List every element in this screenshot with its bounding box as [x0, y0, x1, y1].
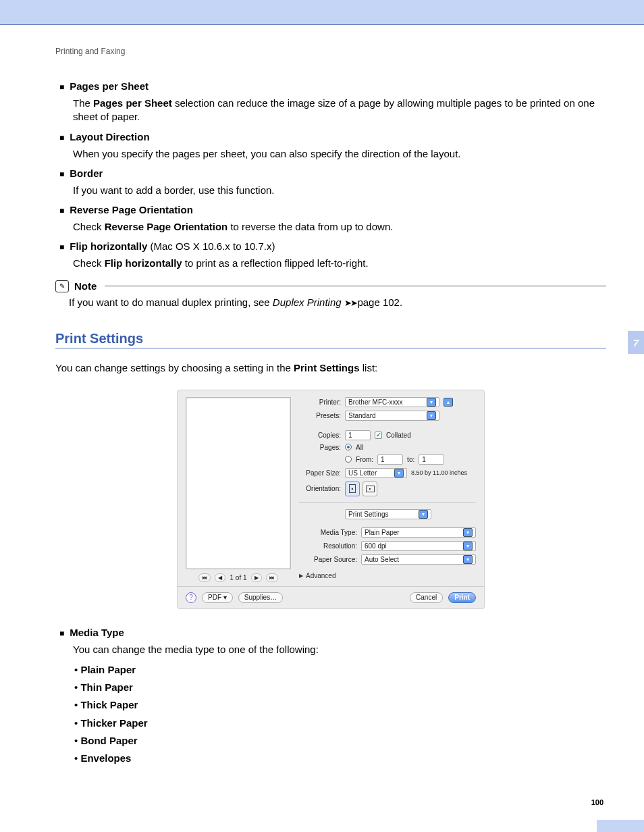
collated-checkbox[interactable]: ✔ — [375, 432, 382, 439]
note-icon: ✎ — [55, 280, 69, 292]
pager-prev-button[interactable]: ◀ — [215, 573, 225, 582]
pages-range-radio[interactable] — [345, 456, 352, 463]
media-type-lead: You can change the media type to one of … — [73, 643, 606, 656]
footer-band — [597, 820, 644, 832]
orientation-portrait-button[interactable]: • — [345, 482, 360, 496]
orientation-landscape-button[interactable]: • — [363, 482, 377, 496]
header-band — [0, 0, 644, 24]
label-media-type: Media Type: — [299, 529, 357, 536]
preview-pager: ⏮ ◀ 1 of 1 ▶ ⏭ — [198, 573, 277, 582]
feature-title-reverse-page-orientation: Reverse Page Orientation — [70, 204, 193, 215]
label-orientation: Orientation: — [299, 485, 341, 492]
print-button[interactable]: Print — [448, 592, 476, 603]
resolution-select[interactable]: 600 dpi▾ — [361, 541, 476, 551]
feature-list: ■Pages per Sheet The Pages per Sheet sel… — [59, 80, 606, 271]
media-type-heading: Media Type — [70, 627, 124, 638]
paper-size-select[interactable]: US Letter▾ — [345, 468, 407, 478]
supplies-button[interactable]: Supplies… — [238, 592, 283, 603]
section-lead: You can change settings by choosing a se… — [55, 362, 606, 373]
section-heading-print-settings: Print Settings — [55, 331, 606, 346]
feature-body-reverse-page-orientation: Check Reverse Page Orientation to revers… — [73, 220, 606, 234]
feature-title-flip-horizontally: Flip horizontally (Mac OS X 10.6.x to 10… — [70, 240, 275, 252]
pages-all-radio[interactable] — [345, 444, 352, 450]
panel-select[interactable]: Print Settings▾ — [345, 509, 431, 519]
pager-status: 1 of 1 — [230, 574, 246, 581]
label-collated: Collated — [386, 432, 411, 439]
feature-body-flip-horizontally: Check Flip horizontally to print as a re… — [73, 257, 606, 270]
media-option-thin-paper: Thin Paper — [80, 681, 133, 693]
cancel-button[interactable]: Cancel — [410, 592, 443, 603]
pages-to-input[interactable]: 1 — [419, 454, 444, 465]
feature-title-layout-direction: Layout Direction — [70, 131, 149, 142]
pdf-menu-button[interactable]: PDF ▾ — [202, 592, 233, 603]
label-resolution: Resolution: — [299, 542, 357, 550]
label-to: to: — [407, 456, 414, 463]
feature-body-border: If you want to add a border, use this fu… — [73, 184, 606, 197]
pages-from-input[interactable]: 1 — [377, 454, 403, 465]
chapter-tab: 7 — [628, 331, 644, 354]
paper-dimensions-text: 8.50 by 11.00 inches — [411, 469, 467, 476]
label-printer: Printer: — [299, 398, 341, 406]
pager-last-button[interactable]: ⏭ — [266, 573, 278, 582]
label-copies: Copies: — [299, 432, 341, 439]
pager-first-button[interactable]: ⏮ — [198, 573, 211, 582]
presets-select[interactable]: Standard▾ — [345, 411, 439, 421]
copies-input[interactable]: 1 — [345, 430, 371, 440]
paper-source-select[interactable]: Auto Select▾ — [361, 554, 476, 565]
feature-body-layout-direction: When you specify the pages per sheet, yo… — [73, 147, 606, 161]
printer-select[interactable]: Brother MFC-xxxx▾ — [345, 397, 439, 407]
page-number: 100 — [591, 798, 603, 806]
advanced-disclosure[interactable]: ▶Advanced — [299, 572, 476, 579]
media-option-bond-paper: Bond Paper — [80, 735, 137, 746]
label-pages: Pages: — [299, 444, 341, 451]
media-option-thicker-paper: Thicker Paper — [80, 717, 147, 729]
media-type-options: Plain Paper Thin Paper Thick Paper Thick… — [74, 663, 606, 766]
label-paper-source: Paper Source: — [299, 556, 357, 563]
media-option-thick-paper: Thick Paper — [80, 699, 138, 710]
feature-body-pages-per-sheet: The Pages per Sheet selection can reduce… — [73, 97, 606, 124]
feature-title-border: Border — [70, 167, 103, 179]
help-button[interactable]: ? — [186, 592, 196, 603]
media-option-envelopes: Envelopes — [80, 752, 131, 764]
label-pages-all: All — [356, 444, 363, 451]
breadcrumb: Printing and Faxing — [55, 47, 606, 56]
label-from: From: — [356, 456, 373, 463]
print-preview-area — [186, 397, 291, 569]
media-type-select[interactable]: Plain Paper▾ — [361, 527, 476, 538]
printer-status-button[interactable]: ▴ — [444, 398, 453, 407]
note-text: If you want to do manual duplex printing… — [69, 296, 606, 308]
feature-title-pages-per-sheet: Pages per Sheet — [70, 80, 149, 92]
note-header: ✎ Note — [55, 280, 606, 292]
label-paper-size: Paper Size: — [299, 469, 341, 477]
label-presets: Presets: — [299, 412, 341, 419]
pager-next-button[interactable]: ▶ — [251, 573, 262, 582]
note-title: Note — [74, 280, 97, 292]
print-dialog: ⏮ ◀ 1 of 1 ▶ ⏭ Printer: Brother MFC-xxxx… — [177, 390, 485, 609]
media-option-plain-paper: Plain Paper — [80, 664, 136, 675]
